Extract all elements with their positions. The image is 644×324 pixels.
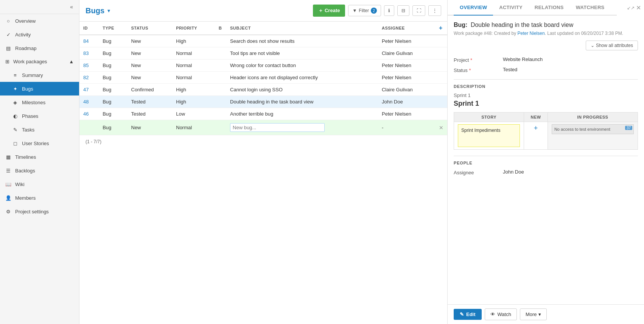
table-row[interactable]: 82 Bug New Normal Header icons are not d…	[79, 72, 447, 84]
check-icon: ✓	[5, 31, 11, 38]
edit-button[interactable]: ✎ Edit	[454, 309, 482, 320]
cell-subject: Search does not show results	[226, 35, 378, 47]
pagination-info: (1 - 7/7)	[79, 135, 447, 148]
id-link[interactable]: 46	[83, 111, 89, 117]
fullscreen-button[interactable]: ⛶	[412, 5, 425, 16]
work-packages-table: ID TYPE STATUS PRIORITY B SUBJECT ASSIGN…	[79, 22, 447, 135]
tab-relations[interactable]: RELATIONS	[529, 0, 570, 16]
chevron-down-icon: ⌄	[591, 43, 594, 48]
cell-id: 84	[79, 35, 99, 47]
panel-close-button[interactable]: ✕	[636, 4, 641, 11]
inline-cell-subject	[226, 120, 378, 135]
sidebar-item-tasks[interactable]: ✎ Tasks	[0, 123, 79, 136]
sidebar-item-milestones[interactable]: ◈ Milestones	[0, 95, 79, 109]
panel-resize-button[interactable]: ↙↗	[627, 5, 635, 11]
info-icon: ℹ	[388, 8, 390, 13]
create-button[interactable]: ＋ Create	[313, 5, 345, 17]
inline-subject-input[interactable]	[230, 123, 325, 132]
required-marker: *	[470, 57, 472, 63]
attr-assignee-label: Assignee	[454, 169, 503, 175]
more-button[interactable]: More	[520, 308, 547, 320]
col-type[interactable]: TYPE	[99, 22, 127, 35]
table-row[interactable]: 83 Bug New Normal Tool tips are not visi…	[79, 47, 447, 59]
subject-text: Cannot login using SSO	[230, 87, 283, 92]
table-row[interactable]: 48 Bug Tested High Double heading in the…	[79, 96, 447, 108]
cell-priority: High	[172, 35, 215, 47]
sidebar-item-backlogs[interactable]: ☰ Backlogs	[0, 164, 79, 177]
table-row[interactable]: 46 Bug Tested Low Another terrible bug P…	[79, 108, 447, 120]
tab-overview[interactable]: OVERVIEW	[454, 0, 493, 16]
sidebar-item-members[interactable]: 👤 Members	[0, 191, 79, 205]
add-column-button[interactable]: +	[439, 25, 443, 31]
inline-cell-id	[79, 120, 99, 135]
sidebar-collapse-button[interactable]: «	[68, 3, 75, 11]
sidebar-item-work-packages[interactable]: ⊞ Work packages ▲	[0, 55, 79, 68]
created-by-link[interactable]: Peter Nielsen	[518, 31, 545, 36]
tab-watchers[interactable]: WATCHERS	[570, 0, 611, 16]
table-row[interactable]: 47 Bug Confirmed High Cannot login using…	[79, 84, 447, 96]
cell-subject: Double heading in the task board view	[226, 96, 378, 108]
more-options-button[interactable]: ⋮	[428, 5, 441, 16]
sidebar-item-roadmap[interactable]: ▤ Roadmap	[0, 41, 79, 55]
inline-cell-assignee: -	[378, 120, 435, 135]
cell-assignee: Peter Nielsen	[378, 108, 435, 120]
page-title: Bugs	[86, 6, 104, 15]
sidebar-item-phases[interactable]: ◐ Phases	[0, 109, 79, 123]
attr-status-value: Tested	[503, 67, 517, 73]
col-subject[interactable]: SUBJECT	[226, 22, 378, 35]
sidebar-item-summary[interactable]: ≡ Summary	[0, 68, 79, 82]
watch-label: Watch	[498, 311, 511, 317]
sidebar-item-bugs[interactable]: ✦ Bugs	[0, 82, 79, 95]
col-budget[interactable]: B	[215, 22, 226, 35]
sidebar-item-label: User Stories	[22, 141, 49, 146]
sprint-new-plus-button[interactable]: +	[534, 124, 538, 132]
sidebar-item-activity[interactable]: ✓ Activity	[0, 28, 79, 41]
topbar: Bugs ▾ ＋ Create ▼ Filter 2 ℹ ⊟ ⛶ ⋮	[79, 0, 447, 22]
show-all-attributes-button[interactable]: ⌄ Show all attributes	[586, 41, 638, 50]
inline-close-button[interactable]: ✕	[439, 125, 443, 131]
col-add[interactable]: +	[435, 22, 447, 35]
description-section-heading: DESCRIPTION	[454, 79, 638, 89]
panel-meta: Work package #48: Created by Peter Niels…	[454, 31, 638, 36]
col-assignee[interactable]: ASSIGNEE	[378, 22, 435, 35]
cell-status: Confirmed	[128, 84, 173, 96]
sidebar-item-overview[interactable]: ○ Overview	[0, 14, 79, 28]
panel-tabs-row: OVERVIEW ACTIVITY RELATIONS WATCHERS ↙↗ …	[448, 0, 644, 16]
cell-id: 47	[79, 84, 99, 96]
col-id[interactable]: ID	[79, 22, 99, 35]
title-dropdown-button[interactable]: ▾	[107, 8, 110, 14]
table-row[interactable]: 85 Bug New Normal Wrong color for contac…	[79, 59, 447, 72]
panel-tabs: OVERVIEW ACTIVITY RELATIONS WATCHERS	[448, 0, 617, 16]
right-panel: OVERVIEW ACTIVITY RELATIONS WATCHERS ↙↗ …	[447, 0, 644, 324]
wiki-icon: 📖	[5, 181, 11, 187]
attr-project-value: Website Relaunch	[503, 56, 543, 63]
description-heading: Sprint 1	[454, 100, 638, 108]
split-view-button[interactable]: ⊟	[397, 5, 409, 16]
id-link[interactable]: 84	[83, 38, 89, 44]
col-status[interactable]: STATUS	[128, 22, 173, 35]
cell-assignee: Peter Nielsen	[378, 59, 435, 72]
sidebar-item-label: Milestones	[22, 100, 45, 105]
id-link[interactable]: 83	[83, 50, 89, 56]
id-link[interactable]: 48	[83, 99, 89, 105]
cell-actions	[435, 35, 447, 47]
sidebar-item-timelines[interactable]: ▦ Timelines	[0, 150, 79, 164]
watch-button[interactable]: 👁 Watch	[485, 308, 517, 320]
inline-cell-status: New	[128, 120, 173, 135]
inline-new-row: Bug New Normal - ✕	[79, 120, 447, 135]
id-link[interactable]: 82	[83, 75, 89, 80]
info-button[interactable]: ℹ	[384, 5, 394, 16]
filter-button[interactable]: ▼ Filter 2	[348, 5, 381, 16]
panel-footer: ✎ Edit 👁 Watch More	[448, 304, 644, 324]
col-priority[interactable]: PRIORITY	[172, 22, 215, 35]
id-link[interactable]: 47	[83, 87, 89, 92]
tab-activity[interactable]: ACTIVITY	[493, 0, 529, 16]
cell-id: 83	[79, 47, 99, 59]
sidebar-item-project-settings[interactable]: ⚙ Project settings	[0, 205, 79, 218]
id-link[interactable]: 85	[83, 63, 89, 68]
sidebar-item-wiki[interactable]: 📖 Wiki	[0, 177, 79, 191]
cell-priority: High	[172, 84, 215, 96]
cell-budget	[215, 72, 226, 84]
sidebar-item-user-stories[interactable]: ◻ User Stories	[0, 136, 79, 150]
table-row[interactable]: 84 Bug New High Search does not show res…	[79, 35, 447, 47]
